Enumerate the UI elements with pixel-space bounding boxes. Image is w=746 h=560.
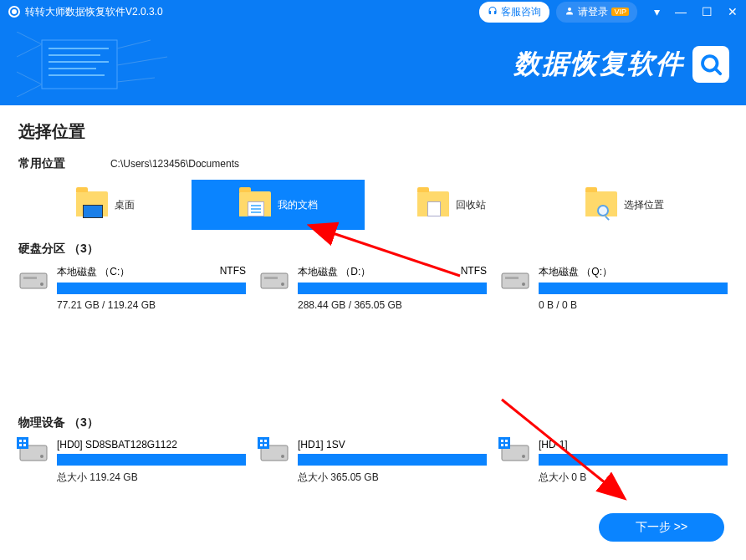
svg-rect-21 <box>19 444 22 446</box>
svg-rect-22 <box>23 444 26 446</box>
svg-rect-27 <box>264 440 267 442</box>
device-icon <box>500 440 530 466</box>
headset-icon <box>488 6 498 18</box>
folder-documents-icon <box>239 191 271 218</box>
partition-d[interactable]: 本地磁盘 （D:）NTFS 288.44 GB / 365.05 GB <box>259 265 487 365</box>
svg-point-10 <box>40 283 43 286</box>
partition-q[interactable]: 本地磁盘 （Q:） 0 B / 0 B <box>500 265 728 365</box>
locations-row: 桌面 我的文档 回收站 选择位置 <box>18 180 728 230</box>
svg-point-13 <box>281 283 284 286</box>
login-label: 请登录 <box>578 5 608 19</box>
location-recycle[interactable]: 回收站 <box>365 180 538 230</box>
location-desktop[interactable]: 桌面 <box>18 180 192 230</box>
device-hd0[interactable]: [HD0] SD8SBAT128G1122 总大小 119.24 GB <box>18 439 246 539</box>
svg-rect-18 <box>17 437 28 449</box>
svg-point-16 <box>522 283 525 286</box>
svg-rect-9 <box>20 273 47 288</box>
vip-badge: VIP <box>611 8 629 16</box>
svg-rect-33 <box>501 440 503 442</box>
partition-c[interactable]: 本地磁盘 （C:）NTFS 77.21 GB / 119.24 GB <box>18 265 246 365</box>
device-name: [HD0] SD8SBAT128G1122 <box>57 439 177 451</box>
svg-rect-25 <box>258 437 269 449</box>
device-icon <box>18 440 49 466</box>
svg-point-38 <box>522 455 525 458</box>
svg-rect-17 <box>505 277 519 279</box>
location-browse[interactable]: 选择位置 <box>538 180 711 230</box>
svg-point-0 <box>568 8 571 11</box>
svg-point-31 <box>281 455 284 458</box>
device-name: [HD1] 1SV <box>298 439 345 451</box>
location-documents[interactable]: 我的文档 <box>192 180 365 230</box>
partition-name: 本地磁盘 （Q:） <box>539 265 612 279</box>
svg-rect-28 <box>260 444 263 446</box>
support-button[interactable]: 客服咨询 <box>479 2 549 23</box>
banner-decoration-icon <box>17 32 217 97</box>
svg-rect-1 <box>42 40 117 89</box>
window-controls: ▾ — ☐ ✕ <box>654 5 738 18</box>
partition-fs: NTFS <box>220 265 246 279</box>
partition-name: 本地磁盘 （D:） <box>298 265 370 279</box>
svg-rect-26 <box>260 440 263 442</box>
user-icon <box>565 6 575 18</box>
device-icon <box>259 440 289 466</box>
partition-fs: NTFS <box>461 265 487 279</box>
close-icon[interactable]: ✕ <box>728 5 738 18</box>
titlebar: 转转大师数据恢复软件V2.0.3.0 客服咨询 请登录 VIP ▾ — ☐ ✕ <box>0 0 746 23</box>
svg-rect-20 <box>23 440 26 442</box>
svg-rect-29 <box>264 444 267 446</box>
svg-rect-34 <box>505 440 508 442</box>
svg-rect-19 <box>19 440 22 442</box>
app-logo-icon <box>8 6 20 18</box>
svg-rect-11 <box>23 277 37 279</box>
device-hd1[interactable]: [HD1] 1SV 总大小 365.05 GB <box>259 439 487 539</box>
drive-icon <box>259 268 289 292</box>
partitions-title: 硬盘分区 （3） <box>18 242 728 257</box>
partition-usage: 0 B / 0 B <box>539 299 728 311</box>
devices-title: 物理设备 （3） <box>18 415 728 430</box>
login-button[interactable]: 请登录 VIP <box>556 2 637 23</box>
device-name: [HD-1] <box>539 439 568 451</box>
folder-desktop-icon <box>76 191 108 218</box>
support-label: 客服咨询 <box>501 5 541 19</box>
minimize-icon[interactable]: — <box>675 5 687 18</box>
menu-icon[interactable]: ▾ <box>654 5 660 18</box>
device-size: 总大小 119.24 GB <box>57 471 246 485</box>
partition-name: 本地磁盘 （C:） <box>57 265 130 279</box>
usage-bar <box>298 454 487 466</box>
usage-bar <box>298 283 487 294</box>
partition-usage: 77.21 GB / 119.24 GB <box>57 299 246 311</box>
common-locations-title: 常用位置 C:\Users\123456\Documents <box>18 156 728 171</box>
main-content: 选择位置 常用位置 C:\Users\123456\Documents 桌面 我… <box>0 105 746 560</box>
usage-bar <box>57 283 246 294</box>
maximize-icon[interactable]: ☐ <box>702 5 713 18</box>
svg-rect-14 <box>264 277 278 279</box>
usage-bar <box>539 283 728 294</box>
device-size: 总大小 0 B <box>539 471 728 485</box>
folder-recycle-icon <box>417 191 449 218</box>
banner-title: 数据恢复软件 <box>514 46 684 83</box>
svg-rect-32 <box>498 437 510 449</box>
common-path: C:\Users\123456\Documents <box>110 158 239 170</box>
next-button[interactable]: 下一步 >> <box>599 513 724 542</box>
svg-point-24 <box>40 455 43 458</box>
svg-line-8 <box>715 69 720 74</box>
location-label: 桌面 <box>115 198 135 212</box>
device-size: 总大小 365.05 GB <box>298 471 487 485</box>
page-title: 选择位置 <box>18 120 728 143</box>
location-label: 我的文档 <box>278 198 318 212</box>
location-label: 回收站 <box>456 198 486 212</box>
common-locations-label: 常用位置 <box>18 156 65 170</box>
svg-rect-35 <box>501 444 503 446</box>
usage-bar <box>57 454 246 466</box>
banner-logo-icon <box>692 46 729 83</box>
location-label: 选择位置 <box>624 198 664 212</box>
folder-search-icon <box>585 191 617 218</box>
drive-icon <box>18 268 49 292</box>
app-title: 转转大师数据恢复软件V2.0.3.0 <box>25 5 163 19</box>
svg-rect-36 <box>505 444 508 446</box>
banner: 数据恢复软件 <box>0 23 746 105</box>
partition-usage: 288.44 GB / 365.05 GB <box>298 299 487 311</box>
partitions-row: 本地磁盘 （C:）NTFS 77.21 GB / 119.24 GB 本地磁盘 … <box>18 265 728 365</box>
svg-rect-12 <box>261 273 288 288</box>
svg-rect-15 <box>502 273 529 288</box>
